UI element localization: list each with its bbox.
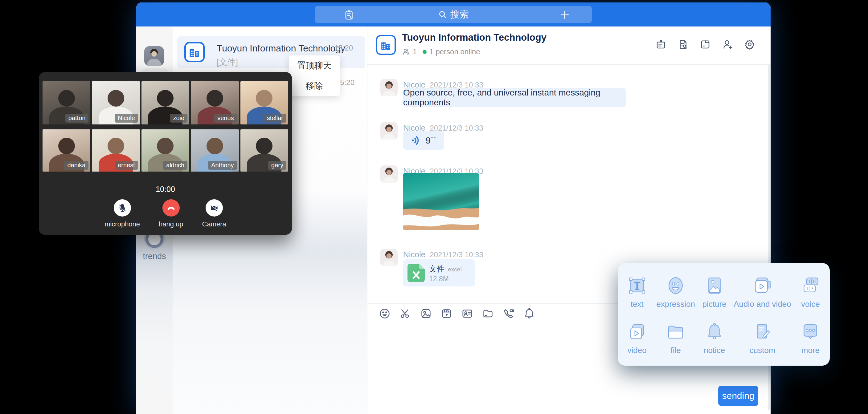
participant-name: zoie	[170, 114, 187, 123]
voice-duration: 9``	[426, 135, 436, 146]
board-icon[interactable]	[655, 39, 666, 50]
voice-wave-icon	[411, 135, 421, 146]
participant-tile[interactable]: aldrich	[142, 129, 189, 171]
folder-icon[interactable]	[482, 308, 494, 320]
camera-button[interactable]: Camera	[202, 199, 226, 228]
panel-item-more[interactable]: more	[791, 315, 830, 362]
file-size: 12.8M	[429, 275, 449, 283]
microphone-label: microphone	[104, 220, 140, 228]
text-icon	[627, 276, 647, 296]
sidebar-item-trends[interactable]: trends	[136, 230, 173, 261]
panel-item-video[interactable]: video	[618, 315, 656, 362]
video-call-overlay: patton Nicole zoie venus stellar danika …	[39, 72, 292, 235]
bell-icon[interactable]	[523, 308, 535, 320]
microphone-button[interactable]: microphone	[104, 199, 140, 228]
file-ext: .excel	[446, 266, 462, 273]
member-count: 1	[413, 47, 417, 56]
menu-item-remove[interactable]: 移除	[289, 76, 340, 96]
mic-muted-icon	[118, 203, 127, 213]
group-building-icon	[184, 42, 205, 62]
members-icon	[402, 48, 410, 56]
participant-name: Anthony	[208, 161, 237, 170]
panel-item-file[interactable]: file	[656, 315, 695, 362]
participant-tile[interactable]: gary	[241, 129, 288, 171]
chat-history-search-icon[interactable]	[678, 39, 689, 50]
image-icon[interactable]	[420, 308, 432, 320]
participant-grid: patton Nicole zoie venus stellar danika …	[42, 81, 288, 171]
avatar[interactable]	[380, 249, 398, 266]
conversation-title: Tuoyun Information Technology	[217, 43, 345, 54]
video-icon	[627, 322, 647, 342]
participant-tile[interactable]: Nicole	[92, 81, 140, 124]
message-type-panel: text expression picture Audio and video	[618, 263, 830, 365]
expression-icon	[665, 276, 686, 296]
participant-name: ernest	[115, 161, 138, 170]
picture-icon	[704, 276, 725, 296]
composer-toolbar	[378, 308, 535, 320]
panel-item-audio-video[interactable]: Audio and video	[734, 269, 791, 315]
participant-name: danika	[64, 161, 89, 170]
custom-icon	[752, 322, 772, 342]
menu-item-pin-chat[interactable]: 置顶聊天	[289, 56, 340, 76]
voice-icon	[800, 276, 820, 296]
participant-tile[interactable]: stellar	[241, 81, 288, 124]
search-input[interactable]: 搜索	[450, 8, 469, 21]
participant-tile[interactable]: venus	[191, 81, 239, 124]
settings-gear-icon[interactable]	[744, 39, 755, 50]
panel-item-text[interactable]: text	[618, 269, 656, 315]
panel-item-custom[interactable]: custom	[734, 315, 791, 362]
conversation-preview: [文件]	[217, 57, 238, 68]
search-icon	[438, 10, 447, 19]
chat-header: Tuoyun Information Technology 1 1 person…	[367, 27, 771, 65]
audio-video-icon	[752, 276, 772, 296]
participant-name: gary	[268, 161, 286, 170]
scissors-icon[interactable]	[399, 308, 411, 320]
participant-name: aldrich	[163, 161, 187, 170]
search-bar[interactable]: 搜索	[315, 6, 592, 23]
video-call-icon[interactable]	[502, 308, 515, 320]
conversation-time: 15:20	[335, 44, 353, 52]
group-building-icon	[376, 35, 396, 55]
avatar[interactable]	[380, 79, 398, 96]
panel-item-picture[interactable]: picture	[695, 269, 734, 315]
file-message-card[interactable]: 文件.excel 12.8M	[403, 259, 475, 286]
sender-name[interactable]: Nicole	[403, 250, 425, 259]
voice-message-bubble[interactable]: 9``	[403, 131, 444, 150]
notice-bell-icon	[704, 322, 725, 342]
chat-title: Tuoyun Information Technology	[402, 32, 547, 43]
avatar[interactable]	[144, 46, 164, 66]
panel-item-notice[interactable]: notice	[695, 315, 734, 362]
top-bar: 搜索	[136, 2, 771, 27]
image-message-beach[interactable]	[403, 173, 479, 230]
add-member-icon[interactable]	[722, 39, 733, 50]
call-timer: 10:00	[39, 185, 292, 194]
panel-item-expression[interactable]: expression	[656, 269, 695, 315]
file-folder-icon	[665, 322, 686, 342]
participant-tile[interactable]: Anthony	[191, 129, 239, 171]
participant-name: Nicole	[115, 114, 138, 123]
more-icon	[800, 322, 820, 342]
text-message-bubble[interactable]: Open source, free, and universal instant…	[403, 88, 626, 107]
contact-card-icon[interactable]	[461, 308, 473, 320]
hang-up-label: hang up	[159, 220, 183, 228]
folder-icon[interactable]	[700, 39, 711, 50]
emoji-icon[interactable]	[378, 308, 391, 320]
camera-label: Camera	[202, 220, 226, 228]
trends-label: trends	[136, 252, 173, 261]
online-status: 1 person online	[429, 47, 480, 56]
panel-item-voice[interactable]: voice	[791, 269, 830, 315]
clapper-icon[interactable]	[440, 308, 453, 320]
participant-tile[interactable]: zoie	[142, 81, 189, 124]
send-button[interactable]: sending	[718, 386, 758, 406]
participant-tile[interactable]: ernest	[92, 129, 140, 171]
plus-icon[interactable]	[560, 10, 569, 21]
excel-file-icon	[407, 264, 425, 282]
hang-up-button[interactable]: hang up	[159, 199, 183, 228]
participant-tile[interactable]: patton	[42, 81, 90, 124]
participant-tile[interactable]: danika	[42, 129, 90, 171]
avatar[interactable]	[380, 122, 398, 139]
participant-name: stellar	[264, 114, 286, 123]
participant-name: venus	[214, 114, 237, 123]
avatar[interactable]	[380, 165, 398, 183]
online-dot	[423, 50, 427, 54]
